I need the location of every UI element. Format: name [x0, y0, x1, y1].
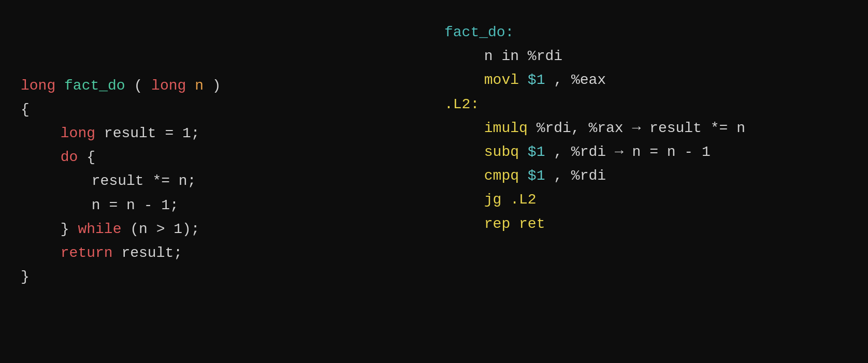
do-brace-open: {	[86, 149, 95, 165]
c-line-9: }	[21, 265, 424, 289]
asm-movl: movl	[484, 72, 519, 88]
brace-open: {	[21, 101, 30, 118]
paren-close: )	[212, 78, 221, 94]
n-decrement: n = n - 1;	[92, 197, 179, 213]
asm-comment-n: n in %rdi	[484, 48, 562, 64]
asm-line-jg: jg .L2	[444, 188, 847, 212]
paren-open: (	[134, 78, 142, 94]
c-line-4: do {	[21, 146, 424, 169]
asm-line-subq: subq $1 , %rdi → n = n - 1	[444, 140, 847, 164]
left-code-panel: long fact_do ( long n ) { long result = …	[21, 16, 444, 347]
c-line-1: long fact_do ( long n )	[21, 74, 424, 98]
kw-do: do	[61, 149, 78, 165]
asm-line-label: fact_do:	[444, 21, 847, 45]
asm-line-cmpq: cmpq $1 , %rdi	[444, 164, 847, 188]
asm-cmpq-dollar: $1	[528, 168, 545, 184]
result-decl: result = 1;	[104, 125, 200, 141]
c-line-5: result *= n;	[21, 169, 424, 193]
kw-return: return	[61, 245, 113, 261]
asm-arrow1: →	[632, 120, 641, 136]
asm-subq-comment: n = n - 1	[632, 144, 711, 160]
asm-fact-label: fact_do:	[444, 24, 514, 40]
asm-rep: rep ret	[484, 216, 545, 232]
asm-line-comment: n in %rdi	[444, 45, 847, 68]
asm-l2-label: .L2:	[444, 96, 479, 112]
asm-subq-dollar: $1	[528, 144, 545, 160]
c-code-block: long fact_do ( long n ) { long result = …	[21, 74, 424, 289]
return-result: result;	[121, 245, 182, 261]
asm-cmpq: cmpq	[484, 168, 519, 184]
asm-imulq: imulq	[484, 120, 528, 136]
asm-line-l2: .L2:	[444, 93, 847, 117]
brace-close: }	[21, 269, 30, 285]
asm-subq-rdi: , %rdi	[554, 144, 606, 160]
asm-line-rep: rep ret	[444, 212, 847, 236]
asm-code-block: fact_do: n in %rdi movl $1 , %eax .L2: i…	[444, 21, 847, 236]
asm-arrow2: →	[615, 144, 624, 160]
asm-imulq-comment: result *= n	[649, 120, 745, 136]
c-line-6: n = n - 1;	[21, 194, 424, 217]
c-line-2: {	[21, 98, 424, 122]
fn-name: fact_do	[64, 78, 125, 94]
kw-long3: long	[61, 125, 95, 141]
asm-cmpq-rdi: , %rdi	[554, 168, 606, 184]
kw-while: while	[78, 221, 121, 237]
asm-movl-comma: ,	[554, 72, 562, 88]
c-line-3: long result = 1;	[21, 122, 424, 146]
asm-imulq-rdi: %rdi, %rax	[537, 120, 624, 136]
asm-subq: subq	[484, 144, 519, 160]
main-container: long fact_do ( long n ) { long result = …	[0, 0, 868, 363]
result-mul: result *= n;	[92, 173, 196, 189]
do-brace-close: }	[61, 221, 78, 237]
asm-movl-eax: %eax	[571, 72, 606, 88]
kw-long: long	[21, 78, 55, 94]
asm-jg: jg .L2	[484, 192, 537, 208]
param-n: n	[195, 78, 204, 94]
c-line-7: } while (n > 1);	[21, 217, 424, 241]
asm-line-imulq: imulq %rdi, %rax → result *= n	[444, 117, 847, 140]
right-asm-panel: fact_do: n in %rdi movl $1 , %eax .L2: i…	[444, 16, 847, 347]
while-cond: (n > 1);	[130, 221, 199, 237]
c-line-8: return result;	[21, 241, 424, 265]
kw-long2: long	[151, 78, 186, 94]
asm-line-movl: movl $1 , %eax	[444, 68, 847, 92]
asm-movl-dollar: $1	[528, 72, 545, 88]
